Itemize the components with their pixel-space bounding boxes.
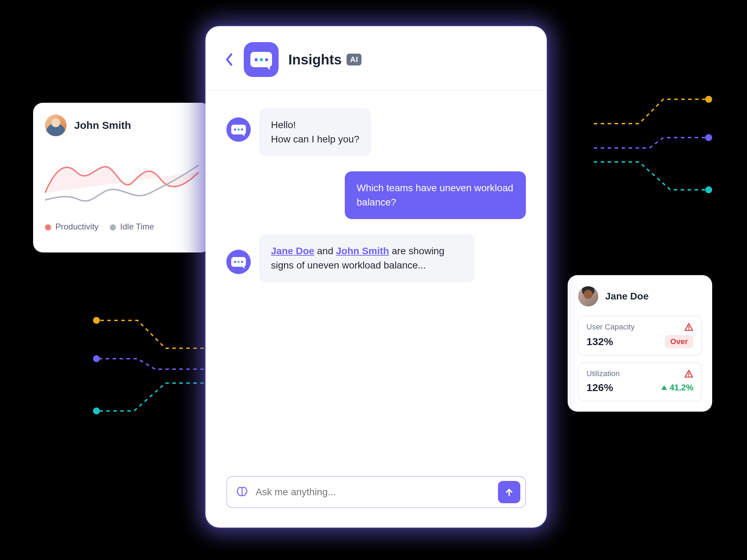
panel-header: Insights AI [205, 26, 547, 91]
user-name: John Smith [74, 119, 131, 131]
chat-input[interactable] [256, 487, 491, 498]
chat-input-bar[interactable] [226, 476, 526, 508]
message-text: Hello! [271, 119, 296, 130]
message-bubble: Jane Doe and John Smith are showing sign… [259, 234, 475, 282]
svg-point-2 [705, 186, 712, 193]
user-link[interactable]: John Smith [336, 246, 389, 256]
chart-legend: Productivity Idle Time [45, 222, 199, 232]
message-text: and [314, 246, 336, 256]
svg-point-1 [705, 134, 712, 141]
panel-title: Insights [288, 52, 342, 68]
bot-avatar-icon [226, 250, 251, 274]
delta-value: 41.2% [670, 383, 693, 392]
connector-lines-bottom-left [78, 313, 218, 425]
warning-icon [684, 370, 693, 378]
triangle-up-icon [661, 386, 667, 390]
svg-point-3 [93, 317, 100, 324]
insights-panel: Insights AI Hello! How can I help you? W… [205, 26, 547, 528]
stat-label: Utilization [586, 369, 620, 378]
warning-icon [684, 323, 693, 331]
message-bubble: Hello! How can I help you? [259, 108, 371, 156]
legend-label: Productivity [55, 222, 99, 231]
message-bubble: Which teams have uneven workload balance… [345, 171, 526, 219]
avatar [45, 115, 67, 136]
message-text: How can I help you? [271, 134, 359, 145]
user-capacity-card: Jane Doe User Capacity 132% Over Utiliza… [568, 275, 712, 412]
delta-up: 41.2% [661, 383, 693, 392]
utilization-stat: Utilization 126% 41.2% [578, 362, 702, 401]
user-link[interactable]: Jane Doe [271, 246, 314, 256]
arrow-up-icon [504, 487, 514, 497]
bot-avatar-icon [226, 117, 251, 142]
back-chevron-icon[interactable] [224, 53, 234, 67]
svg-point-7 [688, 329, 689, 330]
brain-icon [235, 485, 249, 499]
svg-point-4 [93, 355, 100, 362]
svg-point-9 [688, 375, 689, 376]
svg-point-5 [93, 407, 100, 414]
legend-label: Idle Time [120, 222, 154, 231]
productivity-sparkline [45, 142, 199, 216]
user-name: Jane Doe [605, 291, 649, 302]
chat-thread: Hello! How can I help you? Which teams h… [205, 91, 547, 476]
ai-badge: AI [347, 54, 361, 65]
legend-dot-idle [110, 224, 116, 231]
stat-value: 126% [586, 382, 613, 394]
stat-value: 132% [586, 336, 613, 348]
user-productivity-card: John Smith Productivity Idle Time [33, 103, 211, 252]
avatar [578, 286, 598, 306]
send-button[interactable] [498, 481, 520, 503]
connector-lines-top-right [594, 92, 726, 204]
bot-message: Jane Doe and John Smith are showing sign… [226, 234, 526, 282]
stat-label: User Capacity [586, 322, 635, 332]
svg-point-0 [705, 96, 712, 103]
message-text: Which teams have uneven workload balance… [357, 182, 513, 208]
app-logo [244, 42, 279, 77]
legend-dot-productivity [45, 224, 51, 231]
capacity-stat: User Capacity 132% Over [578, 316, 702, 356]
status-badge: Over [665, 335, 693, 348]
bot-message: Hello! How can I help you? [226, 108, 526, 156]
user-message: Which teams have uneven workload balance… [226, 171, 526, 219]
